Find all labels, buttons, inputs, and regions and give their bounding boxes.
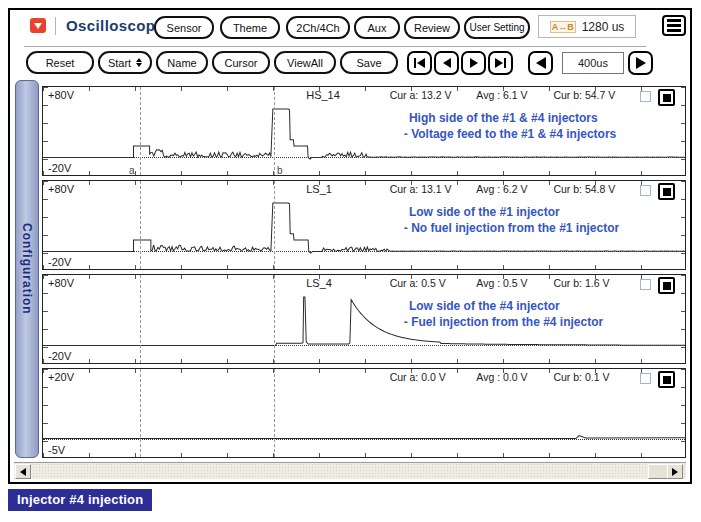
name-button[interactable]: Name	[156, 51, 208, 74]
prev-frame-button[interactable]	[434, 51, 459, 75]
channel-name: LS_1	[306, 183, 332, 195]
y-ticks	[681, 181, 685, 269]
channel-visibility-checkbox[interactable]	[640, 91, 651, 102]
menu-icon[interactable]	[662, 15, 686, 36]
cursor-a-readout: Cur a: 13.2 V	[390, 89, 452, 101]
reset-button[interactable]: Reset	[26, 51, 94, 74]
save-button[interactable]: Save	[340, 51, 398, 74]
channel-style-button[interactable]	[658, 371, 675, 388]
left-triangle-icon	[536, 57, 546, 69]
channel-panel-3: +80V -20V LS_4 Cur a: 0.5 V Avg : 0.5 V …	[42, 274, 686, 364]
cursor-a-label: a	[129, 165, 135, 176]
timebase-decrease-button[interactable]	[528, 51, 553, 75]
channel-visibility-checkbox[interactable]	[640, 185, 651, 196]
scroll-right-button[interactable]	[667, 464, 683, 479]
y-ticks	[681, 369, 685, 457]
avg-readout: Avg : 6.2 V	[476, 183, 527, 195]
vmax-label: +80V	[48, 183, 74, 195]
channel-style-button[interactable]	[658, 277, 675, 294]
annotation-line1: Low side of the #4 injector	[409, 299, 560, 313]
cursor-a-line[interactable]	[140, 181, 141, 269]
title-divider	[55, 17, 56, 35]
vmin-label: -5V	[48, 444, 65, 456]
last-frame-button[interactable]	[488, 51, 513, 75]
channel-visibility-checkbox[interactable]	[640, 279, 651, 290]
cursor-ab-time-icon: A↔B	[550, 21, 576, 33]
cursor-time-value: 1280 us	[582, 20, 625, 34]
annotation-line1: Low side of the #1 injector	[409, 205, 560, 219]
down-triangle-icon	[34, 23, 42, 29]
vmax-label: +20V	[48, 371, 74, 383]
channel-visibility-checkbox[interactable]	[640, 373, 651, 384]
last-icon	[495, 58, 503, 68]
cursor-b-readout: Cur b: 54.7 V	[553, 89, 615, 101]
cursor-b-line[interactable]	[274, 369, 275, 457]
vmax-label: +80V	[48, 277, 74, 289]
app-dropdown-icon[interactable]	[30, 18, 46, 33]
cursor-b-readout: Cur b: 1.6 V	[553, 277, 609, 289]
cursor-time-display: A↔B 1280 us	[538, 15, 636, 38]
cursor-b-line[interactable]	[274, 275, 275, 363]
black-square-icon	[663, 282, 671, 290]
y-ticks	[681, 275, 685, 363]
sensor-button[interactable]: Sensor	[154, 16, 214, 39]
black-square-icon	[663, 188, 671, 196]
prev-icon	[443, 58, 451, 68]
start-stepper[interactable]: Start	[98, 51, 152, 74]
channel-mode-button[interactable]: 2Ch/4Ch	[286, 16, 350, 39]
cursor-b-line[interactable]	[274, 87, 275, 175]
scroll-left-button[interactable]	[15, 464, 31, 479]
next-icon	[470, 58, 478, 68]
channel-panel-1: +80V -20V HS_14 Cur a: 13.2 V Avg : 6.1 …	[42, 86, 686, 176]
channel-panel-2: +80V -20V LS_1 Cur a: 13.1 V Avg : 6.2 V…	[42, 180, 686, 270]
cursor-b-readout: Cur b: 54.8 V	[553, 183, 615, 195]
y-ticks	[681, 87, 685, 175]
theme-button[interactable]: Theme	[220, 16, 280, 39]
right-triangle-icon	[672, 468, 678, 476]
black-square-icon	[663, 94, 671, 102]
cursor-a-line[interactable]	[140, 87, 141, 175]
configuration-tab-label: Configuration	[20, 223, 34, 315]
left-triangle-icon	[20, 468, 26, 476]
channel-panel-4: +20V -5V Cur a: 0.0 V Avg : 0.0 V Cur b:…	[42, 368, 686, 458]
vmin-label: -20V	[48, 350, 71, 362]
cursor-b-line[interactable]	[274, 181, 275, 269]
configuration-tab[interactable]: Configuration	[15, 80, 39, 458]
cursor-b-readout: Cur b: 0.1 V	[553, 371, 609, 383]
next-frame-button[interactable]	[461, 51, 486, 75]
annotation-line2: - Voltage feed to the #1 & #4 injectors	[404, 127, 617, 141]
cursor-b-label: b	[277, 165, 283, 176]
horizontal-scrollbar[interactable]	[14, 462, 686, 479]
oscilloscope-window: Oscilloscope Sensor Theme 2Ch/4Ch Aux Re…	[8, 8, 692, 484]
cursor-a-line[interactable]	[140, 369, 141, 457]
aux-button[interactable]: Aux	[354, 16, 400, 39]
vmin-label: -20V	[48, 256, 71, 268]
cursor-a-readout: Cur a: 0.5 V	[390, 277, 446, 289]
annotation-line2: - Fuel injection from the #4 injector	[404, 315, 603, 329]
vmax-label: +80V	[48, 89, 74, 101]
channel-name: LS_4	[306, 277, 332, 289]
channel-style-button[interactable]	[658, 183, 675, 200]
cursor-button[interactable]: Cursor	[212, 51, 270, 74]
cursor-a-readout: Cur a: 13.1 V	[390, 183, 452, 195]
review-button[interactable]: Review	[404, 16, 460, 39]
avg-readout: Avg : 0.0 V	[476, 371, 527, 383]
timebase-increase-button[interactable]	[628, 51, 653, 75]
avg-readout: Avg : 0.5 V	[476, 277, 527, 289]
channel-style-button[interactable]	[658, 89, 675, 106]
first-frame-button[interactable]	[407, 51, 432, 75]
viewall-button[interactable]: ViewAll	[274, 51, 336, 74]
toolbar-separator	[24, 46, 646, 47]
page-title: Oscilloscope	[66, 17, 164, 34]
annotation-line1: High side of the #1 & #4 injectors	[409, 111, 598, 125]
vmin-label: -20V	[48, 162, 71, 174]
user-setting-button[interactable]: User Setting	[464, 16, 530, 39]
cursor-a-readout: Cur a: 0.0 V	[390, 371, 446, 383]
avg-readout: Avg : 6.1 V	[476, 89, 527, 101]
channel-name: HS_14	[306, 89, 340, 101]
first-icon	[417, 58, 425, 68]
cursor-a-line[interactable]	[140, 275, 141, 363]
annotation-line2: - No fuel injection from the #1 injector	[404, 221, 619, 235]
spinner-icon[interactable]	[136, 58, 142, 67]
timebase-value: 400us	[562, 52, 624, 74]
